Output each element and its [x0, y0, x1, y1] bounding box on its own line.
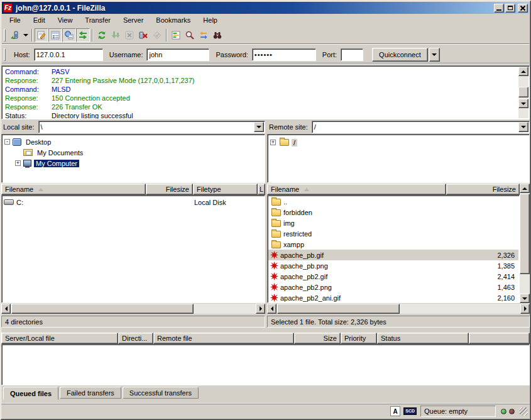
file-row[interactable]: apache_pb2.gif 2,414 — [268, 271, 518, 282]
username-input[interactable] — [146, 48, 209, 61]
file-row-c-drive[interactable]: C: Local Disk — [2, 197, 265, 207]
apache-image-icon — [270, 294, 278, 302]
quickconnect-dropdown-button[interactable] — [429, 48, 440, 62]
scroll-up-button[interactable] — [518, 67, 528, 76]
column-remote-file[interactable]: Remote file — [153, 333, 294, 344]
toggle-transfer-queue-button[interactable] — [76, 28, 90, 42]
port-input[interactable] — [341, 48, 363, 61]
scrollbar-thumb[interactable] — [518, 87, 528, 97]
maximize-button[interactable] — [505, 4, 515, 13]
menu-bookmarks[interactable]: Bookmarks — [150, 15, 197, 25]
menu-transfer[interactable]: Transfer — [79, 15, 117, 25]
quickconnect-grip[interactable] — [4, 48, 6, 61]
speed-limit-icon[interactable]: SCD — [403, 407, 417, 415]
column-filename[interactable]: Filename — [1, 184, 146, 195]
tree-item-desktop[interactable]: - Desktop — [4, 136, 265, 147]
local-site-combo[interactable]: \ — [38, 121, 265, 133]
scrollbar-thumb[interactable] — [11, 304, 194, 314]
host-input[interactable] — [34, 48, 103, 61]
column-status[interactable]: Status — [377, 333, 469, 344]
file-row[interactable]: forbidden — [268, 207, 518, 218]
site-manager-dropdown-button[interactable] — [21, 28, 30, 42]
toggle-remote-treeview-button[interactable] — [62, 28, 76, 42]
scroll-right-button[interactable] — [256, 304, 265, 314]
synchronized-browsing-button[interactable] — [197, 28, 211, 42]
scroll-right-button[interactable] — [520, 304, 530, 314]
menu-file[interactable]: File — [3, 15, 27, 25]
site-manager-button[interactable] — [8, 28, 21, 42]
minimize-button[interactable] — [494, 4, 504, 13]
file-row[interactable]: restricted — [268, 228, 518, 239]
scroll-down-button[interactable] — [518, 99, 528, 108]
scrollbar-thumb[interactable] — [520, 194, 530, 274]
scrollbar-thumb[interactable] — [277, 304, 400, 314]
tree-item-root[interactable]: + / — [270, 137, 529, 148]
abort-button[interactable] — [150, 28, 164, 42]
local-site-value: \ — [41, 123, 43, 131]
scroll-down-button[interactable] — [520, 294, 530, 303]
file-search-button[interactable] — [211, 28, 224, 42]
cancel-icon — [124, 30, 134, 40]
tree-item-my-computer[interactable]: + My Computer — [4, 158, 265, 169]
menu-edit[interactable]: Edit — [27, 15, 52, 25]
column-filler — [469, 333, 530, 344]
close-button[interactable] — [518, 4, 528, 13]
toggle-local-treeview-button[interactable] — [48, 28, 62, 42]
column-filesize[interactable]: Filesize — [146, 184, 193, 195]
column-priority[interactable]: Priority — [341, 333, 377, 344]
collapse-icon[interactable]: - — [4, 139, 10, 145]
scroll-up-button[interactable] — [520, 184, 530, 193]
remote-vscrollbar[interactable] — [520, 184, 530, 303]
password-input[interactable] — [252, 48, 316, 61]
expand-icon[interactable]: + — [270, 140, 276, 145]
local-hscrollbar[interactable] — [1, 304, 265, 314]
toggle-message-log-button[interactable] — [35, 28, 48, 42]
directory-comparison-button[interactable] — [169, 28, 183, 42]
tab-queued-files[interactable]: Queued files — [3, 387, 58, 400]
file-row[interactable]: xampp — [268, 239, 518, 250]
file-row[interactable]: apache_pb2.png 1,463 — [268, 282, 518, 292]
column-filesize[interactable]: Filesize — [446, 184, 520, 195]
column-server-local-file[interactable]: Server/Local file — [1, 333, 118, 344]
remote-site-dropdown[interactable] — [518, 122, 528, 132]
toolbar-grip[interactable] — [4, 29, 6, 41]
resize-grip[interactable] — [520, 407, 528, 416]
arrow-down-icon — [522, 297, 527, 300]
file-row[interactable]: apache_pb2_ani.gif 2,160 — [268, 292, 518, 303]
remote-site-value: / — [314, 123, 316, 131]
scroll-left-button[interactable] — [1, 304, 11, 314]
remote-hscrollbar[interactable] — [267, 304, 530, 314]
tab-successful-transfers[interactable]: Successful transfers — [123, 387, 199, 399]
file-row[interactable]: img — [268, 218, 518, 228]
menu-server[interactable]: Server — [117, 15, 150, 25]
message-log-icon — [36, 30, 47, 40]
queue-body[interactable] — [1, 344, 530, 385]
log-scrollbar[interactable] — [518, 67, 528, 118]
file-row-selected[interactable]: apache_pb.gif 2,326 — [268, 250, 518, 260]
file-row[interactable]: apache_pb.png 1,385 — [268, 260, 518, 271]
disconnect-button[interactable] — [136, 28, 150, 42]
filename-filter-button[interactable] — [183, 28, 197, 42]
remote-site-combo[interactable]: / — [312, 121, 530, 133]
column-last-modified[interactable]: L — [258, 184, 265, 195]
scroll-left-button[interactable] — [267, 304, 276, 314]
remote-pane: Remote site: / + / Filename — [267, 121, 530, 328]
cancel-operation-button[interactable] — [123, 28, 136, 42]
transfer-type-ascii-icon[interactable]: A — [390, 406, 400, 416]
local-site-dropdown[interactable] — [254, 122, 264, 132]
tab-failed-transfers[interactable]: Failed transfers — [60, 387, 121, 399]
chevron-down-icon — [256, 126, 261, 128]
column-filename[interactable]: Filename — [267, 184, 446, 195]
column-filetype[interactable]: Filetype — [193, 184, 258, 195]
sort-ascending-icon — [38, 188, 43, 191]
file-row[interactable]: .. — [268, 196, 518, 207]
process-queue-button[interactable] — [109, 28, 123, 42]
menu-help[interactable]: Help — [197, 15, 224, 25]
expand-icon[interactable]: + — [15, 160, 21, 166]
menu-view[interactable]: View — [52, 15, 79, 25]
column-direction[interactable]: Directi... — [118, 333, 153, 344]
quickconnect-button[interactable]: Quickconnect — [372, 48, 428, 62]
column-size[interactable]: Size — [294, 333, 341, 344]
refresh-button[interactable] — [95, 28, 109, 42]
tree-item-my-documents[interactable]: My Documents — [4, 147, 265, 158]
